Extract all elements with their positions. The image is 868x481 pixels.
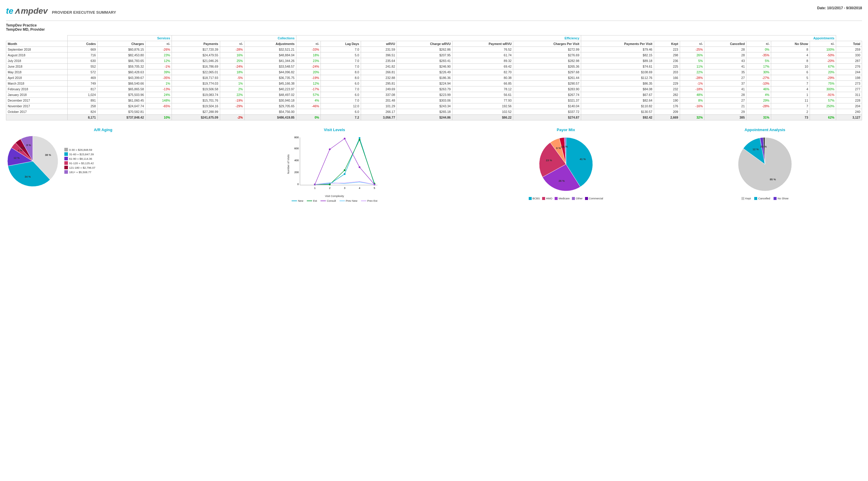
cell-total: 204 xyxy=(836,103,862,109)
cell-kept: 223 xyxy=(654,47,680,53)
cell-charges-pct: 24% xyxy=(145,92,172,98)
svg-point-29 xyxy=(329,148,331,150)
cell-payments-per-visit: $89.18 xyxy=(581,58,654,64)
cell-payment-wrvu: 66.85 xyxy=(452,81,513,86)
cell-charge-wrvu: $243.34 xyxy=(397,103,453,109)
col-wrvu: wRVU xyxy=(361,41,397,47)
cell-wrvu: 266.81 xyxy=(361,69,397,75)
cell-no-show-pct: -91% xyxy=(810,92,836,98)
provider-name: TempDev MD, Provider xyxy=(6,27,862,32)
cell-month: June 2018 xyxy=(6,64,68,69)
cell-charges-pct: 148% xyxy=(145,98,172,103)
cell-charges: $61,060.45 xyxy=(97,98,145,103)
cell-cancelled: 35 xyxy=(705,69,746,75)
cell-adjustments-pct: -17% xyxy=(296,86,321,92)
cell-cancelled-pct: 46% xyxy=(746,86,771,92)
cell-kept: 232 xyxy=(654,86,680,92)
cell-wrvu: 295.81 xyxy=(361,81,397,86)
cell-total: 244 xyxy=(836,69,862,75)
appt-pie: 85 %12 %2 %1 % xyxy=(735,134,795,194)
cell-cancelled-pct: -27% xyxy=(746,75,771,81)
cell-total: 287 xyxy=(836,58,862,64)
cell-no-show: 4 xyxy=(771,53,810,58)
cell-month: January 2018 xyxy=(6,92,68,98)
cell-payment-wrvu: 69.42 xyxy=(452,64,513,69)
cell-kept-pct: 11% xyxy=(680,64,705,69)
cell-wrvu: 396.51 xyxy=(361,53,397,58)
logo-slash: ʌ xyxy=(14,6,20,16)
cell-charge-wrvu: $186.36 xyxy=(397,75,453,81)
cell-payment-wrvu: 78.12 xyxy=(452,86,513,92)
cell-charges-pct: 39% xyxy=(145,69,172,75)
cell-cancelled: 29 xyxy=(705,109,746,115)
col-month: Month xyxy=(6,41,68,47)
col-kept: Kept xyxy=(654,41,680,47)
practice-name: TempDev Practice xyxy=(6,23,862,27)
cell-month: February 2018 xyxy=(6,86,68,92)
cell-charges: $75,503.96 xyxy=(97,92,145,98)
cell-charge-wrvu: $223.99 xyxy=(397,92,453,98)
cell-no-show: 1 xyxy=(771,92,810,98)
cell-kept-pct xyxy=(680,109,705,115)
cell-total: 259 xyxy=(836,47,862,53)
cell-cancelled: 21 xyxy=(705,103,746,109)
cell-no-show: 2 xyxy=(771,109,810,115)
cell-payments-per-visit: $82.15 xyxy=(581,53,654,58)
cell-adjustments-pct: -19% xyxy=(296,75,321,81)
cell-payments-per-visit: $108.69 xyxy=(581,69,654,75)
cell-adjustments: $54,756.00 xyxy=(245,109,297,115)
cell-adjustments-pct: 12% xyxy=(296,81,321,86)
ar-legend-item: 31-60 = $23,847.39 xyxy=(64,152,95,156)
cell-payments-pct: -24% xyxy=(220,64,245,69)
svg-text:3: 3 xyxy=(344,186,345,189)
cell-cancelled-pct: -28% xyxy=(746,103,771,109)
cell-charges-pct: 23% xyxy=(145,53,172,58)
cell-adjustments: $40,223.97 xyxy=(245,86,297,92)
cell-charges-per-visit: $337.72 xyxy=(513,109,581,115)
cell-charges: $66,783.65 xyxy=(97,58,145,64)
payor-mix-title: Payor Mix xyxy=(469,127,663,132)
cell-no-show: 4 xyxy=(771,86,810,92)
cell-payment-wrvu: 80.38 xyxy=(452,75,513,81)
cell-payments-pct: 2% xyxy=(220,86,245,92)
cell-charge-wrvu: $207.95 xyxy=(397,53,453,58)
col-adjustments: Adjustments xyxy=(245,41,297,47)
cell-no-show: 5 xyxy=(771,75,810,81)
svg-text:600: 600 xyxy=(294,147,299,150)
cell-charges-per-visit: $283.90 xyxy=(513,86,581,92)
cell-cancelled-pct: 5% xyxy=(746,58,771,64)
cell-no-show-pct: 75% xyxy=(810,81,836,86)
table-row: August 2018 716 $82,453.80 23% $24,479.5… xyxy=(6,53,862,58)
svg-point-20 xyxy=(344,173,345,175)
visit-levels-chart: Visit Levels Number of Visits 0 200 400 … xyxy=(205,127,464,202)
cell-payments-pct: -5% xyxy=(220,75,245,81)
cell-kept: 203 xyxy=(654,69,680,75)
cell-total: 240 xyxy=(836,109,862,115)
cell-month: September 2018 xyxy=(6,47,68,53)
cell-codes: 716 xyxy=(68,53,97,58)
ar-aging-chart: A/R Aging 38 %34 %12 %4 %4 %8 % 0-30 = $… xyxy=(6,127,200,188)
cell-charge-wrvu: $303.06 xyxy=(397,98,453,103)
cell-cancelled: 37 xyxy=(705,81,746,86)
cell-no-show: 6 xyxy=(771,69,810,75)
cell-adjustments: $48,497.02 xyxy=(245,92,297,98)
table-row: October 2017 824 $70,582.81 $27,288.99 $… xyxy=(6,109,862,115)
cell-no-show-pct xyxy=(810,109,836,115)
cell-kept: 166 xyxy=(654,75,680,81)
cell-payments-per-visit: $86.35 xyxy=(581,81,654,86)
svg-text:34 %: 34 % xyxy=(25,175,31,178)
cell-payments-per-visit: $74.61 xyxy=(581,64,654,69)
cell-cancelled-pct: -35% xyxy=(746,53,771,58)
cell-charges-per-visit: $290.57 xyxy=(513,81,581,86)
cell-payment-wrvu: 102.52 xyxy=(452,109,513,115)
cell-payments-per-visit: $130.57 xyxy=(581,109,654,115)
cell-kept-pct: 8% xyxy=(680,98,705,103)
cell-total: 198 xyxy=(836,75,862,81)
cell-no-show-pct: 300% xyxy=(810,86,836,92)
logo-mpdev: mpdev xyxy=(21,6,48,16)
col-charge-wrvu: Charge wRVU xyxy=(397,41,453,47)
cell-lag: 7.0 xyxy=(321,47,361,53)
cell-charges: $60,876.15 xyxy=(97,47,145,53)
cell-charges-per-visit: $267.74 xyxy=(513,92,581,98)
table-row: January 2018 1,024 $75,503.96 24% $19,08… xyxy=(6,92,862,98)
